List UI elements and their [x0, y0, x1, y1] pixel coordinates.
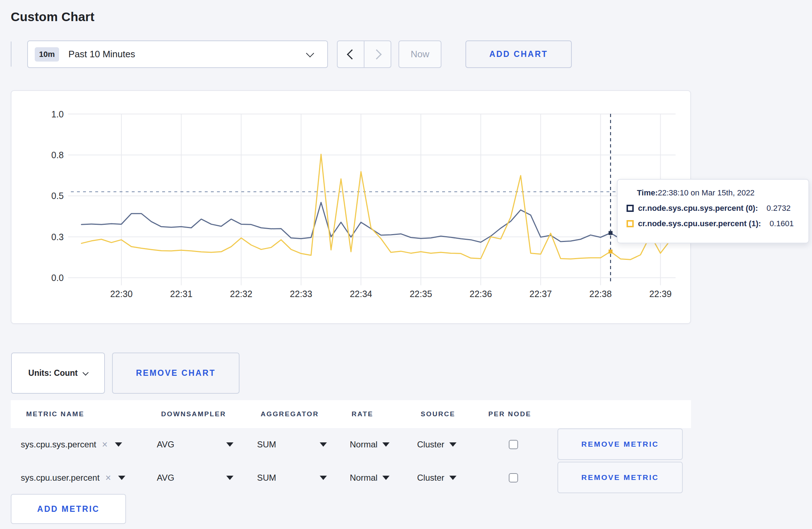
crosshair-marker-1	[609, 249, 613, 253]
chart-tooltip: Time: 22:38:10 on Mar 15th, 2022 cr.node…	[617, 179, 809, 243]
tooltip-series-user-label: cr.node.sys.cpu.user.percent (1):	[638, 219, 761, 228]
caret-down-icon	[382, 476, 390, 480]
tooltip-series-user-value: 0.1601	[770, 219, 794, 228]
column-header-downsampler: DOWNSAMPLER	[161, 400, 226, 428]
per-node-checkbox[interactable]	[509, 440, 518, 449]
chevron-left-icon	[347, 49, 357, 59]
caret-down-icon	[449, 476, 456, 480]
per-node-cell	[509, 428, 518, 461]
chevron-down-icon	[82, 369, 88, 375]
aggregator-value: SUM	[257, 440, 276, 450]
clear-metric-icon[interactable]: ×	[102, 440, 108, 450]
time-back-button[interactable]	[338, 41, 364, 67]
rate-select[interactable]: Normal	[350, 461, 390, 494]
caret-down-icon[interactable]	[226, 442, 233, 447]
column-header-metric-name: METRIC NAME	[26, 400, 84, 428]
tooltip-series-sys-value: 0.2732	[767, 204, 791, 213]
caret-down-icon	[382, 442, 390, 447]
tooltip-series-row: cr.node.sys.cpu.sys.percent (0): 0.2732	[627, 204, 808, 213]
y-axis-label: 0.8	[51, 150, 64, 160]
column-header-source: SOURCE	[421, 400, 455, 428]
y-axis-label: 0.0	[51, 273, 64, 283]
source-value: Cluster	[417, 440, 444, 450]
series-user-swatch-icon	[627, 220, 634, 227]
column-header-aggregator: AGGREGATOR	[261, 400, 319, 428]
aggregator-select[interactable]: SUM	[257, 428, 276, 461]
add-metric-button[interactable]: ADD METRIC	[11, 494, 126, 524]
toolbar-divider	[11, 42, 11, 67]
caret-down-icon[interactable]	[226, 476, 233, 480]
x-axis-label: 22:34	[350, 289, 372, 299]
rate-value: Normal	[350, 440, 377, 450]
downsampler-value: AVG	[157, 440, 174, 450]
per-node-checkbox[interactable]	[509, 473, 518, 482]
line-chart[interactable]: 0.00.30.50.81.022:3022:3122:3222:3322:34…	[11, 91, 690, 323]
tooltip-time-value: 22:38:10 on Mar 15th, 2022	[658, 188, 754, 198]
rate-value: Normal	[350, 473, 377, 483]
add-chart-button[interactable]: ADD CHART	[465, 40, 572, 68]
time-range-dropdown[interactable]: 10m Past 10 Minutes	[27, 40, 328, 68]
x-axis-label: 22:37	[530, 289, 552, 299]
downsampler-select[interactable]: AVG	[157, 428, 174, 461]
y-axis-label: 0.5	[51, 191, 64, 201]
caret-down-icon	[118, 476, 125, 480]
x-axis-label: 22:31	[170, 289, 193, 299]
x-axis-label: 22:32	[230, 289, 252, 299]
metric-table-row: sys.cpu.user.percent × AVG SUM Normal Cl…	[11, 461, 698, 494]
source-select[interactable]: Cluster	[417, 428, 456, 461]
series-sys-swatch-icon	[627, 205, 634, 212]
crosshair-marker-0	[609, 231, 613, 235]
time-forward-button[interactable]	[364, 41, 391, 67]
time-range-label: Past 10 Minutes	[68, 49, 135, 60]
clear-metric-icon[interactable]: ×	[105, 473, 111, 483]
metric-name-select[interactable]: sys.cpu.sys.percent ×	[21, 428, 122, 461]
metric-name-select[interactable]: sys.cpu.user.percent ×	[21, 461, 125, 494]
metrics-table-header: METRIC NAME DOWNSAMPLER AGGREGATOR RATE …	[11, 400, 691, 428]
y-axis-label: 1.0	[51, 109, 64, 119]
remove-metric-button[interactable]: REMOVE METRIC	[557, 428, 683, 460]
page-title: Custom Chart	[11, 10, 95, 24]
now-button[interactable]: Now	[398, 40, 441, 68]
metric-table-row: sys.cpu.sys.percent × AVG SUM Normal Clu…	[11, 428, 698, 461]
rate-select[interactable]: Normal	[350, 428, 390, 461]
x-axis-label: 22:38	[589, 289, 612, 299]
metric-name-value: sys.cpu.sys.percent	[21, 440, 96, 450]
source-select[interactable]: Cluster	[417, 461, 456, 494]
caret-down-icon[interactable]	[320, 442, 327, 447]
caret-down-icon	[449, 442, 456, 447]
x-axis-label: 22:39	[649, 289, 672, 299]
per-node-cell	[509, 461, 518, 494]
source-value: Cluster	[417, 473, 444, 483]
aggregator-select[interactable]: SUM	[257, 461, 276, 494]
tooltip-series-row: cr.node.sys.cpu.user.percent (1): 0.1601	[627, 219, 808, 228]
x-axis-label: 22:35	[410, 289, 432, 299]
y-axis-label: 0.3	[51, 232, 64, 242]
downsampler-select[interactable]: AVG	[157, 461, 174, 494]
downsampler-value: AVG	[157, 473, 174, 483]
x-axis-label: 22:33	[290, 289, 313, 299]
metric-name-value: sys.cpu.user.percent	[21, 473, 100, 483]
units-dropdown[interactable]: Units: Count	[11, 353, 105, 394]
remove-chart-button[interactable]: REMOVE CHART	[112, 353, 240, 394]
column-header-per-node: PER NODE	[488, 400, 531, 428]
x-axis-label: 22:30	[110, 289, 133, 299]
chevron-right-icon	[371, 49, 381, 59]
caret-down-icon	[115, 442, 122, 447]
tooltip-series-sys-label: cr.node.sys.cpu.sys.percent (0):	[638, 204, 758, 213]
caret-down-icon[interactable]	[320, 476, 327, 480]
chevron-down-icon	[306, 49, 314, 58]
remove-metric-button[interactable]: REMOVE METRIC	[557, 462, 683, 493]
units-label: Units: Count	[28, 368, 78, 378]
series-line-1	[82, 154, 671, 259]
time-nav-group	[337, 40, 391, 68]
time-range-badge: 10m	[35, 47, 59, 62]
tooltip-time-row: Time: 22:38:10 on Mar 15th, 2022	[627, 188, 808, 198]
aggregator-value: SUM	[257, 473, 276, 483]
x-axis-label: 22:36	[470, 289, 492, 299]
column-header-rate: RATE	[352, 400, 373, 428]
tooltip-time-label: Time:	[637, 188, 658, 198]
series-line-0	[82, 203, 671, 242]
